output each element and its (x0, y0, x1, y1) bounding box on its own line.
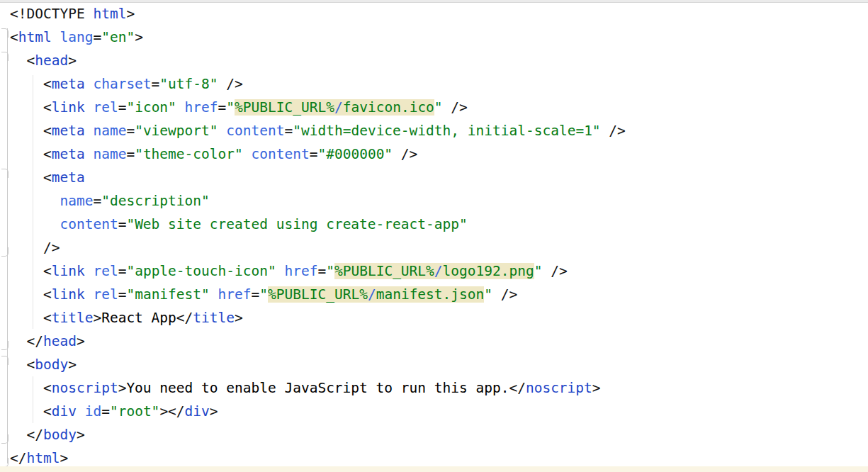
injected-fragment-highlight: logo192.png (443, 263, 534, 279)
code-token: div (52, 403, 77, 420)
injected-fragment-highlight: favicon.ico (343, 99, 434, 116)
code-token: body (35, 356, 68, 373)
code-token: head (43, 333, 77, 349)
code-line: </head> (10, 330, 864, 353)
code-token: = (118, 263, 127, 279)
code-token: = (310, 146, 318, 162)
code-token: "root" (110, 403, 159, 420)
code-token (10, 193, 60, 209)
code-token: title (52, 310, 94, 326)
code-token: < (10, 356, 35, 373)
code-token: link (52, 99, 85, 116)
code-token: rel (93, 286, 118, 303)
code-line: <html lang="en"> (10, 26, 864, 49)
code-token: html (93, 6, 126, 22)
code-token (77, 403, 85, 420)
code-token: html (26, 450, 60, 466)
code-token: name (93, 123, 126, 139)
code-token: /> (492, 286, 517, 303)
code-token: < (10, 169, 52, 186)
code-token: "description" (101, 193, 210, 209)
code-token: charset (93, 76, 151, 92)
code-line: <meta (10, 166, 864, 189)
code-token: > (118, 380, 127, 396)
code-token: > (68, 52, 77, 69)
code-token (85, 99, 94, 116)
injected-fragment-highlight: / (334, 99, 343, 116)
code-token (276, 263, 285, 279)
code-token: "en" (101, 29, 135, 45)
code-line: <meta name="theme-color" content="#00000… (10, 142, 864, 166)
code-token: = (126, 123, 135, 139)
code-line: </body> (10, 423, 864, 446)
code-token (85, 76, 94, 92)
code-token: meta (52, 146, 85, 162)
code-token (210, 286, 218, 303)
code-token: "Web site created using create-react-app… (126, 216, 467, 232)
code-token (85, 123, 94, 139)
code-token: /> (393, 146, 417, 162)
code-token: meta (52, 169, 85, 186)
code-token (85, 286, 94, 303)
code-line: name="description" (10, 189, 864, 213)
code-token: noscript (52, 380, 118, 396)
code-token (52, 29, 60, 45)
code-line: <link rel="apple-touch-icon" href="%PUBL… (10, 259, 864, 283)
code-token: You need to enable JavaScript to run thi… (126, 380, 509, 396)
code-token: > (235, 310, 243, 326)
code-token: name (60, 193, 93, 209)
injected-fragment-highlight: / (434, 263, 443, 279)
code-token: title (193, 310, 235, 326)
code-token: " (534, 263, 543, 279)
code-line: <!DOCTYPE html> (10, 2, 864, 26)
code-token: = (284, 123, 293, 139)
code-token: </ (10, 427, 43, 443)
code-token: href (218, 286, 252, 303)
code-line: <title>React App</title> (10, 306, 864, 330)
code-token: ></ (159, 403, 184, 420)
code-token: meta (52, 123, 85, 139)
code-token: link (52, 286, 85, 303)
code-token: "icon" (126, 99, 176, 116)
code-token: = (218, 99, 227, 116)
code-line: <link rel="manifest" href="%PUBLIC_URL%/… (10, 283, 864, 306)
code-token: /> (542, 263, 567, 279)
code-token: /> (443, 99, 468, 116)
code-token (85, 146, 94, 162)
code-token: < (10, 286, 52, 303)
code-line: <body> (10, 353, 864, 376)
code-token (85, 263, 94, 279)
injected-fragment-highlight: / (368, 286, 376, 303)
code-token: > (60, 450, 68, 466)
code-token: noscript (526, 380, 592, 396)
code-token: id (85, 403, 101, 420)
code-token: > (77, 427, 85, 443)
code-token: name (93, 146, 126, 162)
code-token: > (126, 6, 135, 22)
code-token: content (226, 123, 284, 139)
injected-fragment-highlight: %PUBLIC_URL% (268, 286, 368, 303)
code-token: " (434, 99, 443, 116)
code-token: link (52, 263, 85, 279)
code-token: content (60, 216, 118, 232)
fold-gutter (0, 0, 10, 472)
indent-guide (33, 75, 33, 329)
code-line: <head> (10, 49, 864, 72)
injected-fragment-highlight: %PUBLIC_URL% (334, 263, 434, 279)
code-token: < (10, 52, 35, 69)
code-token: "utf-8" (159, 76, 218, 92)
code-token: </ (176, 310, 193, 326)
code-token: < (10, 76, 52, 92)
code-token: </ (10, 450, 26, 466)
bottom-strip (0, 466, 868, 472)
code-area[interactable]: <!DOCTYPE html><html lang="en"> <head> <… (10, 2, 864, 470)
code-token: = (317, 263, 326, 279)
code-token: > (592, 380, 601, 396)
code-token: "theme-color" (135, 146, 243, 162)
code-line: content="Web site created using create-r… (10, 213, 864, 236)
code-token: = (93, 29, 101, 45)
code-token: < (10, 403, 52, 420)
code-token: div (185, 403, 210, 420)
code-token: = (118, 99, 127, 116)
code-token: = (118, 286, 127, 303)
